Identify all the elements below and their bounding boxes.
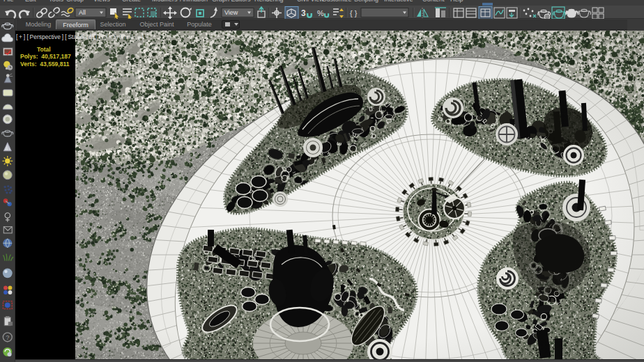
svg-text:?: ? [6, 334, 9, 341]
svg-text:All: All [79, 9, 86, 16]
svg-text:View: View [224, 9, 238, 16]
svg-text:3: 3 [301, 8, 306, 18]
svg-text:{ }: { } [350, 9, 358, 17]
svg-text:%: % [317, 9, 324, 17]
